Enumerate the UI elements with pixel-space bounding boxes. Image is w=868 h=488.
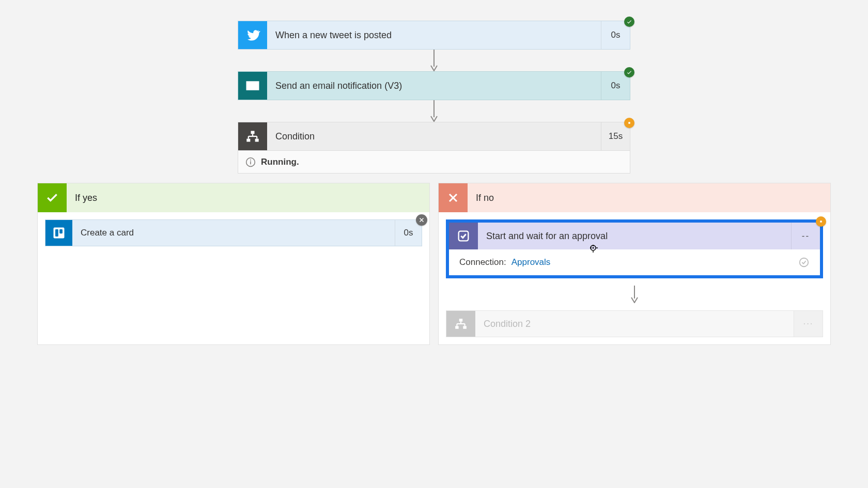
check-icon — [624, 67, 634, 77]
svg-rect-14 — [55, 229, 58, 237]
arrow-down-icon — [630, 286, 639, 303]
if-no-branch[interactable]: If no Start and wait for an approval -- … — [438, 183, 831, 345]
svg-rect-13 — [54, 228, 65, 239]
email-notification-step[interactable]: Send an email notification (V3) 0s — [238, 71, 630, 100]
checkmark-icon — [38, 183, 67, 212]
email-icon — [238, 72, 267, 100]
approval-step[interactable]: Start and wait for an approval -- Connec… — [446, 219, 823, 278]
svg-rect-20 — [459, 319, 463, 321]
if-no-title: If no — [468, 183, 830, 212]
approval-icon — [449, 223, 478, 249]
check-circle-icon — [798, 257, 810, 268]
condition-status-text: Running. — [261, 157, 299, 167]
condition-status-row: Running. — [238, 151, 630, 174]
create-card-step[interactable]: Create a card 0s — [45, 219, 422, 246]
svg-rect-25 — [455, 326, 459, 328]
create-card-title: Create a card — [72, 220, 395, 246]
info-icon — [245, 157, 256, 167]
trigger-tweet-step[interactable]: When a new tweet is posted 0s — [238, 21, 630, 50]
arrow-down-icon — [434, 50, 435, 71]
svg-point-12 — [250, 159, 251, 160]
condition-title: Condition — [267, 122, 601, 150]
condition-step[interactable]: Condition 15s Running. — [238, 122, 630, 174]
approval-title: Start and wait for an approval — [478, 223, 791, 249]
arrow-down-icon — [434, 100, 435, 122]
trello-icon — [45, 220, 72, 246]
if-yes-branch[interactable]: If yes Create a card 0s — [37, 183, 430, 345]
svg-rect-15 — [59, 229, 63, 233]
condition-2-step[interactable]: Condition 2 ··· — [446, 310, 823, 337]
x-icon — [439, 183, 468, 212]
svg-point-18 — [820, 221, 822, 223]
check-icon — [624, 17, 634, 27]
svg-point-17 — [800, 258, 809, 267]
condition-2-duration: ··· — [794, 311, 823, 337]
approval-duration: -- — [791, 223, 820, 249]
condition-icon — [446, 311, 475, 337]
connection-link[interactable]: Approvals — [512, 257, 551, 267]
email-step-title: Send an email notification (V3) — [267, 72, 601, 100]
condition-2-title: Condition 2 — [475, 311, 794, 337]
twitter-icon — [238, 21, 267, 49]
cancel-icon — [416, 214, 427, 226]
running-badge-icon — [624, 118, 634, 128]
svg-rect-2 — [251, 131, 255, 134]
svg-point-9 — [628, 122, 630, 124]
svg-rect-7 — [246, 139, 250, 142]
if-yes-title: If yes — [67, 183, 429, 212]
running-badge-icon — [816, 216, 826, 227]
svg-rect-26 — [463, 326, 467, 328]
trigger-tweet-title: When a new tweet is posted — [267, 21, 601, 49]
connection-label: Connection: — [459, 257, 506, 267]
svg-rect-8 — [255, 139, 259, 142]
condition-icon — [238, 122, 267, 150]
